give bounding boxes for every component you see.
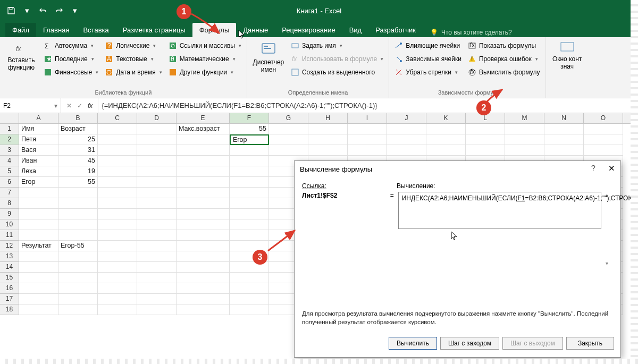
cell-K3[interactable] <box>426 145 466 156</box>
cell-B5[interactable]: 19 <box>58 166 98 177</box>
dropdown-icon[interactable]: ▾ <box>68 4 82 18</box>
tab-view[interactable]: Вид <box>342 23 369 37</box>
close-icon[interactable]: ✕ <box>606 164 617 173</box>
col-header-A[interactable]: A <box>19 113 58 123</box>
cell-C2[interactable] <box>98 134 137 145</box>
cell-C11[interactable] <box>98 230 137 241</box>
cell-D9[interactable] <box>137 209 177 219</box>
cell-A9[interactable] <box>19 209 58 219</box>
cell-B1[interactable]: Возраст <box>58 124 98 134</box>
cell-B15[interactable] <box>58 273 98 283</box>
undo-icon[interactable] <box>36 4 50 18</box>
show-formulas-button[interactable]: fxПоказать формулы <box>466 39 542 52</box>
formula-input[interactable]: {=ИНДЕКС(A2:A6;НАИМЕНЬШИЙ(ЕСЛИ(F1=B2:B6;… <box>98 98 638 113</box>
cell-H1[interactable] <box>308 124 348 134</box>
cell-F16[interactable] <box>230 283 269 294</box>
cell-L3[interactable] <box>466 145 505 156</box>
cell-B16[interactable] <box>58 283 98 294</box>
cell-B3[interactable]: 31 <box>58 145 98 156</box>
cell-C12[interactable] <box>98 241 137 251</box>
cell-B11[interactable] <box>58 230 98 241</box>
cell-C1[interactable] <box>98 124 137 134</box>
cell-O1[interactable] <box>584 124 623 134</box>
cell-N2[interactable] <box>544 134 584 145</box>
cell-E11[interactable] <box>177 230 230 241</box>
define-name-button[interactable]: Задать имя▾ <box>289 39 385 52</box>
cell-J2[interactable] <box>387 134 426 145</box>
close-button[interactable]: Закрыть <box>566 337 614 350</box>
col-header-B[interactable]: B <box>58 113 98 123</box>
cell-E10[interactable] <box>177 219 230 230</box>
error-checking-button[interactable]: !Проверка ошибок▾ <box>466 53 542 65</box>
cell-G1[interactable] <box>269 124 308 134</box>
row-header-14[interactable]: 14 <box>0 262 19 273</box>
cell-E1[interactable]: Макс.возраст <box>177 124 230 134</box>
cell-E8[interactable] <box>177 198 230 209</box>
cell-E12[interactable] <box>177 241 230 251</box>
cell-B14[interactable] <box>58 262 98 273</box>
step-in-button[interactable]: Шаг с заходом <box>440 337 499 350</box>
cell-C6[interactable] <box>98 177 137 188</box>
autosum-button[interactable]: ΣАвтосумма▾ <box>41 39 100 52</box>
tab-layout[interactable]: Разметка страницы <box>116 23 192 37</box>
cell-C13[interactable] <box>98 251 137 262</box>
scroll-down-icon[interactable]: ▾ <box>606 260 613 266</box>
cell-L2[interactable] <box>466 134 505 145</box>
cell-A15[interactable] <box>19 273 58 283</box>
trace-dependents-button[interactable]: Зависимые ячейки <box>392 53 464 65</box>
cell-B18[interactable] <box>58 304 98 315</box>
cell-C14[interactable] <box>98 262 137 273</box>
col-header-O[interactable]: O <box>584 113 623 123</box>
name-box[interactable]: F2 ▾ <box>0 98 61 113</box>
cell-C16[interactable] <box>98 283 137 294</box>
row-header-11[interactable]: 11 <box>0 230 19 241</box>
cell-A12[interactable]: Результат <box>19 241 58 251</box>
row-header-12[interactable]: 12 <box>0 241 19 251</box>
tell-me-search[interactable]: 💡 Что вы хотите сделать? <box>426 28 516 37</box>
cell-B4[interactable]: 45 <box>58 156 98 166</box>
col-header-I[interactable]: I <box>348 113 387 123</box>
cell-F8[interactable] <box>230 198 269 209</box>
cell-A18[interactable] <box>19 304 58 315</box>
cell-L1[interactable] <box>466 124 505 134</box>
col-header-G[interactable]: G <box>269 113 308 123</box>
cell-K1[interactable] <box>426 124 466 134</box>
save-icon[interactable] <box>4 4 18 18</box>
cell-D2[interactable] <box>137 134 177 145</box>
col-header-K[interactable]: K <box>426 113 466 123</box>
tab-formulas[interactable]: Формулы <box>192 23 237 37</box>
cell-C3[interactable] <box>98 145 137 156</box>
cell-M1[interactable] <box>505 124 544 134</box>
more-button[interactable]: Другие функции▾ <box>166 66 244 79</box>
cell-A3[interactable]: Вася <box>19 145 58 156</box>
cell-A11[interactable] <box>19 230 58 241</box>
fx-icon[interactable]: fx <box>88 102 93 109</box>
col-header-M[interactable]: M <box>505 113 544 123</box>
col-header-C[interactable]: C <box>98 113 137 123</box>
cell-E4[interactable] <box>177 156 230 166</box>
col-header-J[interactable]: J <box>387 113 426 123</box>
cell-E13[interactable] <box>177 251 230 262</box>
lookup-button[interactable]: Ссылки и массивы▾ <box>166 39 244 52</box>
cell-A7[interactable] <box>19 188 58 198</box>
cell-M2[interactable] <box>505 134 544 145</box>
cell-H2[interactable] <box>308 134 348 145</box>
cell-A4[interactable]: Иван <box>19 156 58 166</box>
cell-E5[interactable] <box>177 166 230 177</box>
cell-F7[interactable] <box>230 188 269 198</box>
col-header-E[interactable]: E <box>177 113 230 123</box>
cell-D15[interactable] <box>137 273 177 283</box>
cell-A14[interactable] <box>19 262 58 273</box>
cell-F9[interactable] <box>230 209 269 219</box>
col-header-H[interactable]: H <box>308 113 348 123</box>
row-header-17[interactable]: 17 <box>0 294 19 304</box>
row-header-10[interactable]: 10 <box>0 219 19 230</box>
cell-D10[interactable] <box>137 219 177 230</box>
math-button[interactable]: θМатематические▾ <box>166 53 244 65</box>
cell-J3[interactable] <box>387 145 426 156</box>
evaluate-button[interactable]: Вычислить <box>389 337 437 350</box>
cell-C5[interactable] <box>98 166 137 177</box>
cell-M3[interactable] <box>505 145 544 156</box>
cell-C15[interactable] <box>98 273 137 283</box>
cell-N1[interactable] <box>544 124 584 134</box>
